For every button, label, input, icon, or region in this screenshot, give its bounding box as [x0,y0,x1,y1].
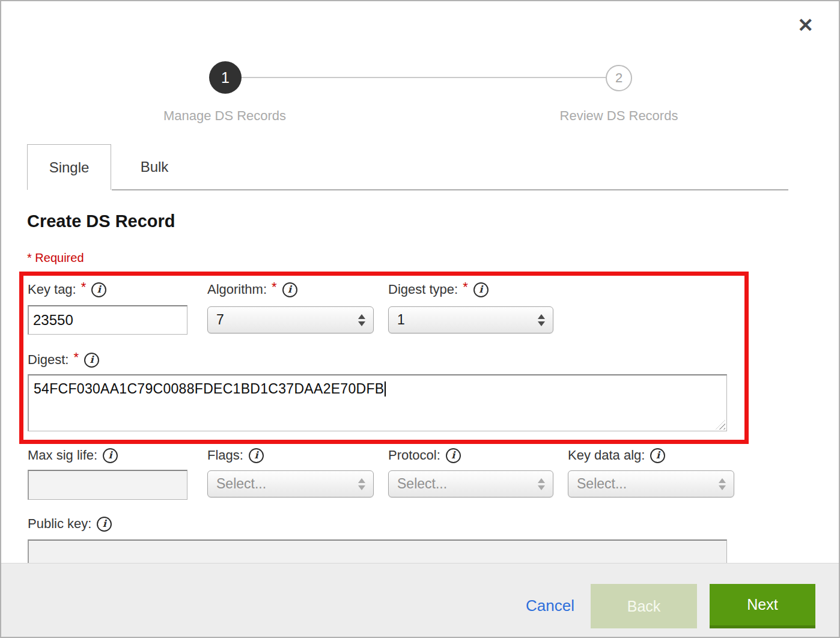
info-icon[interactable]: i [91,282,106,297]
resize-handle-icon[interactable] [716,420,725,430]
info-icon-glyph: i [90,355,94,365]
cancel-button[interactable]: Cancel [526,584,574,628]
stepper-connector-line [242,77,606,78]
page-title: Create DS Record [27,211,175,231]
key-data-alg-select-value: Select... [577,476,710,492]
info-icon[interactable]: i [97,517,112,532]
flags-label: Flags: [207,448,243,463]
algorithm-select-value: 7 [216,312,349,328]
info-icon[interactable]: i [249,448,264,463]
flags-select-value: Select... [216,476,349,492]
required-star: * [272,279,277,295]
required-star: * [73,350,79,365]
digest-type-select-value: 1 [397,312,529,328]
flags-select[interactable]: Select... [207,470,374,497]
algorithm-label: Algorithm: [207,282,267,297]
algorithm-select[interactable]: 7 [207,306,374,333]
tab-single[interactable]: Single [27,144,111,190]
info-icon[interactable]: i [650,448,665,463]
protocol-label: Protocol: [388,448,440,463]
modal-footer: Cancel Back Next [1,563,839,637]
digest-label-row: Digest: * i [28,352,99,368]
required-star: * [81,279,87,295]
max-sig-life-input[interactable] [28,470,187,500]
step-1-circle: 1 [209,61,242,94]
info-icon-glyph: i [288,285,291,294]
step-1-label: Manage DS Records [129,108,321,124]
info-icon-glyph: i [109,451,112,460]
digest-type-label: Digest type: [388,282,458,297]
select-arrows-icon [358,314,365,326]
key-tag-input[interactable] [28,305,187,335]
select-arrows-icon [358,478,365,490]
text-caret [385,381,386,396]
info-icon-glyph: i [254,451,258,460]
info-icon[interactable]: i [446,448,461,463]
info-icon[interactable]: i [103,448,118,463]
key-tag-label-row: Key tag: * i [28,282,106,297]
key-data-alg-label: Key data alg: [568,448,645,463]
info-icon-glyph: i [103,519,106,529]
digest-textarea[interactable]: 54FCF030AA1C79C0088FDEC1BD1C37DAA2E70DFB [28,374,727,431]
select-arrows-icon [719,478,726,490]
protocol-select-value: Select... [397,476,529,492]
back-button[interactable]: Back [591,584,697,628]
info-icon-glyph: i [656,451,660,460]
digest-value: 54FCF030AA1C79C0088FDEC1BD1C37DAA2E70DFB [34,381,384,396]
max-sig-life-label-row: Max sig life: i [28,448,118,463]
info-icon[interactable]: i [282,282,297,297]
info-icon-glyph: i [479,285,482,294]
select-arrows-icon [538,478,545,490]
info-icon-glyph: i [451,451,455,460]
flags-label-row: Flags: i [207,448,264,463]
select-arrows-icon [538,314,545,326]
step-2-label: Review DS Records [523,108,715,124]
create-ds-record-modal: ✕ 1 2 Manage DS Records Review DS Record… [0,0,840,638]
info-icon[interactable]: i [473,282,488,297]
protocol-label-row: Protocol: i [388,448,461,463]
public-key-label-row: Public key: i [28,516,112,532]
info-icon[interactable]: i [84,353,99,368]
digest-label: Digest: [28,352,68,368]
key-data-alg-select[interactable]: Select... [568,470,734,497]
protocol-select[interactable]: Select... [388,470,553,497]
tab-divider-line [112,189,788,190]
required-note: * Required [27,251,84,265]
algorithm-label-row: Algorithm: * i [207,282,297,297]
digest-type-label-row: Digest type: * i [388,282,488,297]
max-sig-life-label: Max sig life: [28,448,97,463]
close-icon[interactable]: ✕ [797,16,814,35]
next-button[interactable]: Next [710,584,815,628]
required-star: * [463,279,468,295]
digest-type-select[interactable]: 1 [388,306,553,333]
public-key-label: Public key: [28,516,91,532]
key-data-alg-label-row: Key data alg: i [568,448,665,463]
tab-bulk[interactable]: Bulk [112,144,197,190]
step-2-circle: 2 [606,65,632,91]
key-tag-label: Key tag: [28,282,76,297]
info-icon-glyph: i [97,285,101,294]
